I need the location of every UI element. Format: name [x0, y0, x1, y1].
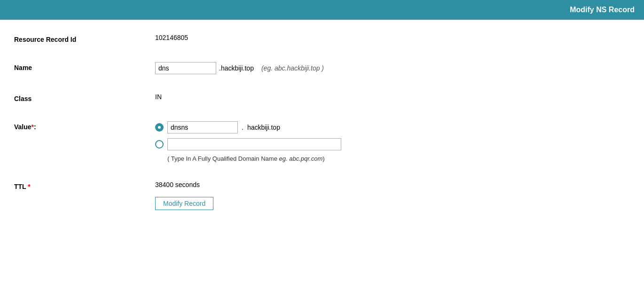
- resource-record-id-value: 102146805: [155, 34, 188, 41]
- value-fqdn-input[interactable]: [167, 138, 341, 150]
- value-label: Value*:: [14, 121, 155, 131]
- value-radio-1[interactable]: [155, 123, 164, 132]
- name-example-paren-open: (eg. abc.hackbiji.top ): [261, 64, 324, 72]
- page-title: Modify NS Record: [570, 6, 635, 14]
- name-input[interactable]: [155, 62, 216, 74]
- value-subdomain-input[interactable]: [167, 121, 238, 133]
- class-value-text: IN: [155, 93, 162, 101]
- ttl-required-star: *: [28, 183, 30, 190]
- form-content: Resource Record Id 102146805 Name .hackb…: [0, 20, 644, 234]
- ttl-value-group: 38400 seconds Modify Record: [155, 181, 213, 210]
- value-option-2: [155, 138, 341, 150]
- value-dot-separator: .: [242, 124, 243, 131]
- resource-record-id-text: 102146805: [155, 34, 188, 41]
- resource-record-id-row: Resource Record Id 102146805: [14, 29, 630, 48]
- value-option-1: . hackbiji.top: [155, 121, 341, 133]
- ttl-value-text: 38400 seconds: [155, 181, 200, 188]
- name-field-group: .hackbiji.top (eg. abc.hackbiji.top ): [155, 62, 324, 74]
- class-row: Class IN: [14, 88, 630, 107]
- ttl-label: TTL *: [14, 181, 155, 190]
- value-hint: ( Type In A Fully Qualified Domain Name …: [167, 155, 341, 162]
- value-section: . hackbiji.top ( Type In A Fully Qualifi…: [155, 121, 341, 162]
- value-colon: :: [34, 123, 36, 131]
- page-header: Modify NS Record: [0, 0, 644, 20]
- ttl-row: TTL * 38400 seconds Modify Record: [14, 176, 630, 215]
- name-label: Name: [14, 62, 155, 71]
- value-radio-2[interactable]: [155, 140, 164, 148]
- modify-record-button[interactable]: Modify Record: [155, 197, 213, 210]
- class-value-group: IN: [155, 93, 162, 101]
- value-domain-suffix: hackbiji.top: [247, 124, 280, 131]
- name-row: Name .hackbiji.top (eg. abc.hackbiji.top…: [14, 57, 630, 79]
- value-field-group: . hackbiji.top ( Type In A Fully Qualifi…: [155, 121, 341, 162]
- class-label: Class: [14, 93, 155, 102]
- resource-record-id-label: Resource Record Id: [14, 34, 155, 43]
- value-row: Value*: . hackbiji.top ( Type In A Fully…: [14, 117, 630, 167]
- name-domain-suffix: .hackbiji.top: [219, 64, 254, 72]
